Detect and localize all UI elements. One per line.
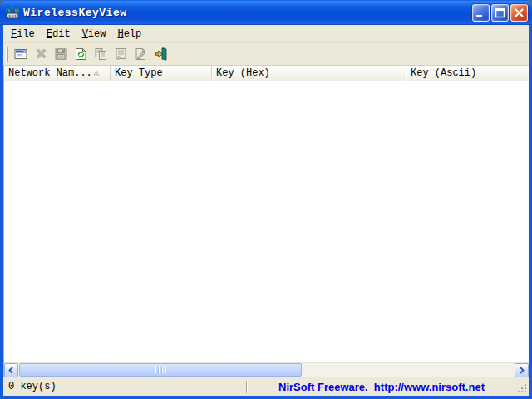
window-title: WirelessKeyView	[23, 7, 472, 19]
refresh-button[interactable]	[71, 45, 91, 63]
sort-ascending-icon	[92, 71, 101, 76]
title-bar[interactable]: WirelessKeyView	[0, 0, 532, 25]
client-area: File Edit View Help	[3, 25, 529, 396]
close-button[interactable]	[510, 4, 528, 22]
key-list-view: Network Nam... Key Type Key (Hex) Key (A…	[3, 66, 529, 377]
menu-bar: File Edit View Help	[3, 25, 529, 43]
status-key-count: 0 key(s)	[3, 381, 246, 392]
menu-view[interactable]: View	[76, 25, 112, 42]
toolbar	[3, 43, 529, 66]
report-options-icon	[14, 47, 28, 61]
list-body[interactable]	[4, 81, 529, 362]
html-report-icon	[134, 47, 148, 61]
column-header-key-type[interactable]: Key Type	[111, 66, 212, 81]
save-icon	[54, 47, 68, 61]
toolbar-gripper	[6, 47, 8, 62]
copy-button	[91, 45, 111, 63]
column-header-key-hex[interactable]: Key (Hex)	[212, 66, 406, 81]
html-report-button	[131, 45, 150, 63]
save-button	[52, 45, 71, 63]
scroll-left-button[interactable]	[4, 363, 18, 377]
scroll-right-button[interactable]	[515, 363, 529, 377]
exit-icon	[154, 47, 168, 61]
menu-edit[interactable]: Edit	[41, 25, 76, 42]
wireless-antenna-icon[interactable]	[5, 6, 20, 20]
scrollbar-track[interactable]	[18, 363, 515, 377]
column-header-key-ascii[interactable]: Key (Ascii)	[406, 66, 529, 81]
close-icon	[511, 5, 527, 21]
resize-grip-icon[interactable]	[516, 382, 528, 394]
column-header-network-name[interactable]: Network Nam...	[4, 66, 111, 81]
properties-button	[111, 45, 131, 63]
menu-file[interactable]: File	[5, 25, 41, 42]
maximize-button[interactable]	[491, 4, 509, 22]
copy-icon	[94, 47, 108, 61]
minimize-icon	[473, 5, 489, 21]
properties-icon	[114, 47, 128, 61]
menu-help[interactable]: Help	[111, 25, 147, 42]
maximize-icon	[492, 5, 508, 21]
status-bar: 0 key(s) NirSoft Freeware. http://www.ni…	[3, 377, 529, 396]
app-window: WirelessKeyView File Edit View Help	[0, 0, 532, 399]
refresh-icon	[74, 47, 88, 61]
status-nirsoft-text: NirSoft Freeware. http://www.nirsoft.net	[247, 381, 516, 393]
chevron-right-icon	[518, 367, 525, 374]
minimize-button[interactable]	[472, 4, 490, 22]
delete-button	[32, 45, 51, 63]
delete-icon	[34, 47, 48, 61]
chevron-left-icon	[7, 367, 15, 374]
report-options-button[interactable]	[12, 45, 31, 63]
list-header: Network Nam... Key Type Key (Hex) Key (A…	[4, 66, 529, 81]
exit-button[interactable]	[151, 45, 170, 63]
scrollbar-thumb[interactable]	[19, 363, 302, 377]
horizontal-scrollbar	[4, 362, 529, 377]
